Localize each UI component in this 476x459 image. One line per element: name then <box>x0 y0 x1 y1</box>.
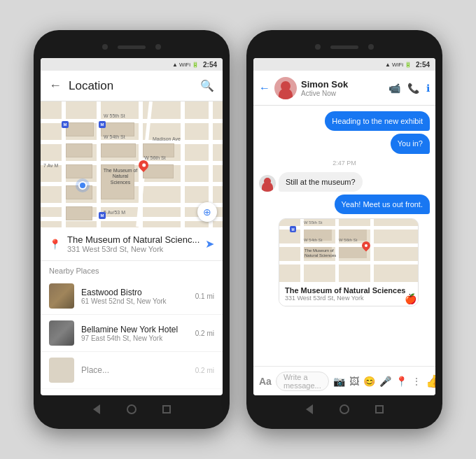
card-place-name: The Museum of Natural Sciences <box>285 286 412 295</box>
contact-info: Simon Sok Active Now <box>301 79 388 97</box>
emoji-button[interactable]: 😊 <box>363 376 375 387</box>
location-result[interactable]: 📍 The Museum of Natural Scienc... 331 We… <box>41 227 223 261</box>
gallery-button[interactable]: 🖼 <box>349 376 359 387</box>
home-nav-2[interactable] <box>338 403 351 416</box>
like-button[interactable]: 👍 <box>426 374 435 389</box>
more-button[interactable]: ⋮ <box>412 376 421 387</box>
label-w54: W 54th St <box>104 134 125 139</box>
status-icons-1: ▲ WiFi 🔋 <box>172 62 199 68</box>
battery-icon: 🔋 <box>192 62 199 68</box>
message-row-2: You in? <box>259 134 430 153</box>
voice-call-button[interactable]: 📞 <box>407 83 419 94</box>
location-name: The Museum of Natural Scienc... <box>67 234 205 245</box>
place-name-2: Bellamine New York Hotel <box>81 325 195 334</box>
block-6 <box>66 164 92 178</box>
input-placeholder: Write a message... <box>284 373 321 390</box>
block-1 <box>66 122 94 136</box>
message-input-bar: Aa Write a message... 📷 🖼 😊 🎤 📍 ⋮ 👍 <box>253 366 435 395</box>
wifi-icon-2: WiFi <box>392 62 403 68</box>
location-share-card[interactable]: W 55th St W 54th St W 56th St The Museum… <box>279 218 419 306</box>
phone-top-1 <box>41 38 223 55</box>
message-row-3: Still at the museum? <box>259 172 430 192</box>
recents-nav-2[interactable] <box>373 403 386 416</box>
location-header: ← Location 🔍 <box>41 71 223 101</box>
phone-1: ▲ WiFi 🔋 2:54 ← Location 🔍 <box>34 30 230 429</box>
label-53: 5 Av/53 M <box>104 210 125 215</box>
place-name-1: Eastwood Bistro <box>81 288 195 297</box>
recents-nav-1[interactable] <box>160 403 173 416</box>
wifi-icon: WiFi <box>179 62 190 68</box>
search-button-1[interactable]: 🔍 <box>200 79 214 92</box>
location-info: The Museum of Natural Scienc... 331 West… <box>67 234 205 253</box>
reaction-emoji: 🍎 <box>405 293 416 304</box>
input-action-icons: 📷 🖼 😊 🎤 📍 ⋮ <box>333 376 421 387</box>
location-address: 331 West 53rd St, New York <box>67 245 205 253</box>
card-label-1: W 55th St <box>304 220 322 225</box>
bubble-2: You in? <box>391 134 430 153</box>
recenter-button[interactable]: ⊕ <box>197 202 217 222</box>
status-bar-2: ▲ WiFi 🔋 2:54 <box>253 58 435 71</box>
museum-map-label: The Museum of Natural Sciences <box>102 168 139 185</box>
card-info: The Museum of Natural Sciences 331 West … <box>279 282 418 306</box>
card-label-2: W 54th St <box>304 238 322 242</box>
message-row-5: W 55th St W 54th St W 56th St The Museum… <box>259 217 430 308</box>
front-camera-4 <box>368 44 374 50</box>
place-addr-1: 61 West 52nd St, New York <box>81 297 195 305</box>
text-format-button[interactable]: Aa <box>259 376 272 387</box>
place-info-1: Eastwood Bistro 61 West 52nd St, New Yor… <box>81 288 195 305</box>
header-action-icons: 📹 📞 ℹ <box>388 83 430 94</box>
back-button-2[interactable]: ← <box>259 82 270 94</box>
page-title-1: Location <box>69 79 200 93</box>
map-view-1[interactable]: W 55th St W 54th St W 56th St 5 Av/53 M … <box>41 101 223 227</box>
messenger-header: ← Simon Sok Active Now 📹 📞 ℹ <box>253 71 435 106</box>
location-button[interactable]: 📍 <box>396 376 407 387</box>
label-7av: 7 Av M <box>43 163 58 168</box>
contact-avatar <box>274 77 297 99</box>
contact-status: Active Now <box>301 90 388 97</box>
place-info-2: Bellamine New York Hotel 97 East 54th St… <box>81 325 195 342</box>
place-item-3[interactable]: Place... 0.2 mi <box>41 352 223 389</box>
back-nav-1[interactable] <box>90 403 103 416</box>
navigate-button[interactable]: ➤ <box>205 237 214 250</box>
camera-button[interactable]: 📷 <box>333 376 345 387</box>
phone-top-2 <box>253 38 435 55</box>
status-time-2: 2:54 <box>416 61 430 69</box>
front-camera-3 <box>315 44 321 50</box>
place-thumb-1 <box>49 283 74 309</box>
mic-button[interactable]: 🎤 <box>379 376 391 387</box>
nearby-header: Nearby Places <box>41 261 223 278</box>
back-button-1[interactable]: ← <box>49 78 62 93</box>
home-nav-1[interactable] <box>125 403 138 416</box>
front-camera-2 <box>155 44 161 50</box>
card-label-3: W 56th St <box>339 238 357 242</box>
place-info-3: Place... <box>81 365 195 375</box>
card-pin <box>362 241 370 250</box>
bubble-3: Still at the museum? <box>279 172 363 192</box>
speaker-1 <box>118 45 146 49</box>
place-thumb-3 <box>49 358 74 383</box>
chat-area: Heading to the new exhibit You in? 2:47 … <box>253 106 435 366</box>
block-9 <box>66 206 92 220</box>
bubble-1: Heading to the new exhibit <box>325 111 430 131</box>
place-addr-2: 97 East 54th St, New York <box>81 334 195 342</box>
status-icons-2: ▲ WiFi 🔋 <box>385 62 412 68</box>
speaker-2 <box>330 45 358 49</box>
card-road-v3 <box>370 219 374 282</box>
signal-icon-2: ▲ <box>385 62 391 68</box>
place-item-2[interactable]: Bellamine New York Hotel 97 East 54th St… <box>41 315 223 352</box>
recv-avatar <box>259 175 276 192</box>
metro-marker-1: M <box>99 121 106 128</box>
metro-marker-2: M <box>62 121 69 128</box>
place-dist-2: 0.2 mi <box>195 330 214 337</box>
video-call-button[interactable]: 📹 <box>388 83 400 94</box>
map-pin-red <box>139 160 148 170</box>
current-location-dot <box>76 178 90 192</box>
status-time-1: 2:54 <box>203 61 217 69</box>
label-w56: W 56th St <box>144 155 166 160</box>
info-button[interactable]: ℹ <box>426 83 430 94</box>
message-row-4: Yeah! Meet us out front. <box>259 195 430 214</box>
back-nav-2[interactable] <box>303 403 316 416</box>
message-text-input[interactable]: Write a message... <box>276 372 329 391</box>
card-map: W 55th St W 54th St W 56th St The Museum… <box>279 219 418 282</box>
place-item-1[interactable]: Eastwood Bistro 61 West 52nd St, New Yor… <box>41 278 223 315</box>
